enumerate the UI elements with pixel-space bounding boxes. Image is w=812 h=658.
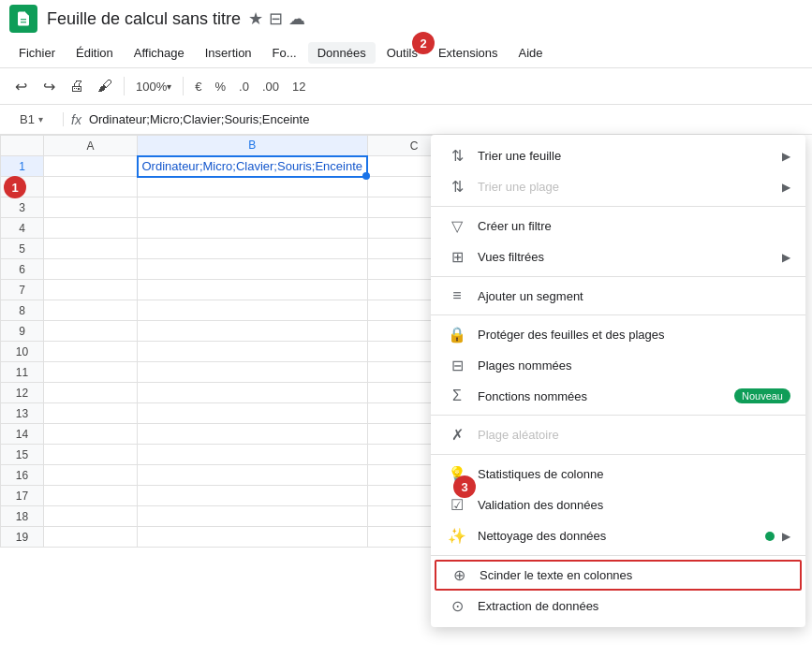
decimal-decrease-button[interactable]: .0 <box>233 73 255 99</box>
cell-A1[interactable] <box>44 156 138 177</box>
row-num-13[interactable]: 13 <box>1 403 44 424</box>
cell-B3[interactable] <box>138 197 368 218</box>
cell-B2[interactable] <box>138 177 368 197</box>
percent-button[interactable]: % <box>209 73 231 99</box>
cell-B5[interactable] <box>138 239 368 259</box>
cell-reference[interactable]: B1 ▾ <box>7 112 64 126</box>
menu-donnees[interactable]: Données <box>308 42 376 64</box>
row-num-1[interactable]: 1 <box>1 156 44 177</box>
dropdown-item-plages-nommees[interactable]: ⊟Plages nommées <box>431 350 805 381</box>
menu-insertion[interactable]: Insertion <box>196 42 261 64</box>
cell-A9[interactable] <box>44 321 138 342</box>
format-paint-button[interactable]: 🖌 <box>92 73 118 99</box>
zoom-selector[interactable]: 100% ▾ <box>130 73 177 99</box>
star-icon[interactable]: ★ <box>248 8 263 29</box>
undo-button[interactable]: ↩ <box>7 73 34 99</box>
cell-A6[interactable] <box>44 259 138 280</box>
cloud-icon[interactable]: ☁ <box>288 8 305 29</box>
cell-A11[interactable] <box>44 362 138 383</box>
menu-extensions[interactable]: Extensions <box>429 42 508 64</box>
cell-B15[interactable] <box>138 445 368 465</box>
row-num-9[interactable]: 9 <box>1 321 44 342</box>
folder-icon[interactable]: ⊟ <box>269 8 283 29</box>
row-num-14[interactable]: 14 <box>1 424 44 445</box>
dropdown-item-vues-filtrees[interactable]: ⊞Vues filtrées▶ <box>431 241 805 272</box>
cell-B16[interactable] <box>138 465 368 486</box>
row-num-18[interactable]: 18 <box>1 506 44 527</box>
col-header-a[interactable]: A <box>44 136 138 156</box>
menu-aide[interactable]: Aide <box>509 42 553 64</box>
cell-B10[interactable] <box>138 342 368 362</box>
row-num-10[interactable]: 10 <box>1 342 44 362</box>
dropdown-item-statistiques[interactable]: 💡Statistiques de colonne <box>431 459 805 490</box>
row-num-8[interactable]: 8 <box>1 300 44 321</box>
cell-B4[interactable] <box>138 218 368 239</box>
menu-format[interactable]: Fo... <box>263 42 306 64</box>
row-num-17[interactable]: 17 <box>1 486 44 506</box>
cell-A10[interactable] <box>44 342 138 362</box>
cell-A18[interactable] <box>44 506 138 527</box>
row-num-19[interactable]: 19 <box>1 527 44 548</box>
cell-A15[interactable] <box>44 445 138 465</box>
cell-A7[interactable] <box>44 280 138 300</box>
cell-A8[interactable] <box>44 300 138 321</box>
print-button[interactable]: 🖨 <box>64 73 90 99</box>
row-num-6[interactable]: 6 <box>1 259 44 280</box>
menu-affichage[interactable]: Affichage <box>125 42 194 64</box>
dropdown-label-statistiques: Statistiques de colonne <box>478 467 790 481</box>
dropdown-icon-extraction: ⊙ <box>446 597 468 615</box>
cell-A3[interactable] <box>44 197 138 218</box>
dropdown-item-trier-feuille[interactable]: ⇅Trier une feuille▶ <box>431 140 805 171</box>
col-header-b[interactable]: B <box>138 136 368 156</box>
menu-edition[interactable]: Édition <box>66 42 123 64</box>
cell-B17[interactable] <box>138 486 368 506</box>
cell-B19[interactable] <box>138 527 368 548</box>
dropdown-item-creer-filtre[interactable]: ▽Créer un filtre <box>431 211 805 241</box>
dropdown-item-scinder[interactable]: ⊕Scinder le texte en colonnes <box>435 560 802 591</box>
cell-A13[interactable] <box>44 403 138 424</box>
spreadsheet-container: A B C D 1Ordinateur;Micro;Clavier;Souris… <box>0 135 812 658</box>
row-num-12[interactable]: 12 <box>1 383 44 403</box>
cell-B13[interactable] <box>138 403 368 424</box>
cell-A5[interactable] <box>44 239 138 259</box>
cell-A4[interactable] <box>44 218 138 239</box>
dropdown-label-vues-filtrees: Vues filtrées <box>478 250 775 264</box>
cell-B12[interactable] <box>138 383 368 403</box>
cell-B7[interactable] <box>138 280 368 300</box>
cell-B6[interactable] <box>138 259 368 280</box>
cell-B9[interactable] <box>138 321 368 342</box>
selection-handle[interactable] <box>362 172 370 180</box>
cell-A2[interactable] <box>44 177 138 197</box>
row-num-16[interactable]: 16 <box>1 465 44 486</box>
row-num-5[interactable]: 5 <box>1 239 44 259</box>
formula-content[interactable]: Ordinateur;Micro;Clavier;Souris;Enceinte <box>89 112 805 126</box>
more-formats-button[interactable]: 12 <box>287 73 311 99</box>
dropdown-item-extraction[interactable]: ⊙Extraction de données <box>431 591 805 621</box>
cell-B8[interactable] <box>138 300 368 321</box>
cell-A14[interactable] <box>44 424 138 445</box>
cell-A16[interactable] <box>44 465 138 486</box>
dropdown-item-proteger[interactable]: 🔒Protéger des feuilles et des plages <box>431 319 805 350</box>
dropdown-item-ajouter-segment[interactable]: ≡Ajouter un segment <box>431 281 805 311</box>
cell-A19[interactable] <box>44 527 138 548</box>
redo-button[interactable]: ↪ <box>36 73 62 99</box>
cell-A12[interactable] <box>44 383 138 403</box>
dropdown-item-validation[interactable]: ☑Validation des données <box>431 490 805 520</box>
row-num-4[interactable]: 4 <box>1 218 44 239</box>
row-num-11[interactable]: 11 <box>1 362 44 383</box>
cell-B14[interactable] <box>138 424 368 445</box>
row-num-15[interactable]: 15 <box>1 445 44 465</box>
cell-B1[interactable]: Ordinateur;Micro;Clavier;Souris;Enceinte <box>138 156 368 177</box>
cell-B11[interactable] <box>138 362 368 383</box>
euro-button[interactable]: € <box>189 73 207 99</box>
dropdown-item-nettoyage[interactable]: ✨Nettoyage des données▶ <box>431 520 805 551</box>
dropdown-label-plages-nommees: Plages nommées <box>478 358 790 373</box>
dropdown-item-fonctions-nommees[interactable]: ΣFonctions nomméesNouveau <box>431 381 805 411</box>
decimal-increase-button[interactable]: .00 <box>257 73 285 99</box>
cell-A17[interactable] <box>44 486 138 506</box>
row-num-3[interactable]: 3 <box>1 197 44 218</box>
cell-B18[interactable] <box>138 506 368 527</box>
badge-1: 1 <box>4 176 26 198</box>
row-num-7[interactable]: 7 <box>1 280 44 300</box>
menu-fichier[interactable]: Fichier <box>9 42 65 64</box>
